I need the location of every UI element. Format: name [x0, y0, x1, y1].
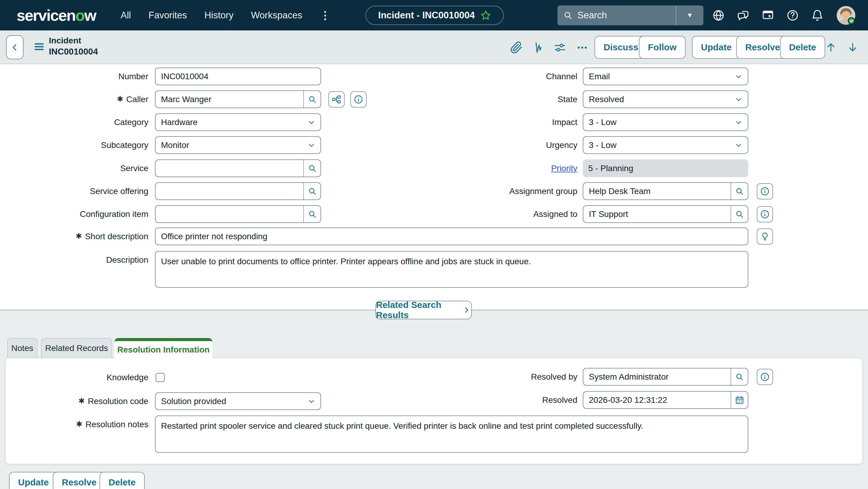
nav-favorites[interactable]: Favorites	[148, 10, 187, 21]
more-options-icon[interactable]	[575, 41, 589, 55]
help-icon[interactable]	[786, 8, 800, 22]
subcategory-label: Subcategory	[0, 136, 148, 154]
assignment-group-lookup-icon[interactable]	[731, 183, 748, 199]
chevron-down-icon	[735, 118, 748, 127]
lightbulb-icon	[760, 232, 770, 241]
state-select[interactable]: Resolved	[583, 90, 748, 108]
update-button[interactable]: Update	[692, 36, 741, 59]
assignment-group-label: Assignment group	[422, 182, 577, 200]
search-scope-dropdown[interactable]: ▼	[676, 11, 703, 19]
record-toolbar: Incident INC0010004 Discuss Follow	[0, 30, 868, 64]
next-record-arrow-icon[interactable]	[846, 41, 859, 53]
state-label: State	[422, 90, 577, 108]
personalize-form-sliders-icon[interactable]	[553, 41, 567, 55]
description-label: Description	[0, 251, 148, 269]
context-menu-icon[interactable]	[33, 40, 46, 53]
priority-link[interactable]: Priority	[551, 164, 577, 173]
chevron-down-icon	[735, 72, 748, 81]
resolution-code-select[interactable]: Solution provided	[155, 392, 321, 410]
related-search-results-button[interactable]: Related Search Results	[375, 301, 472, 319]
footer-update-button[interactable]: Update	[9, 472, 58, 489]
mandatory-icon: ✱	[79, 396, 85, 405]
notifications-bell-icon[interactable]	[810, 8, 824, 22]
previous-record-arrow-icon[interactable]	[825, 41, 837, 53]
main-menu: All Favorites History Workspaces ⋮	[121, 0, 331, 30]
caller-info-button[interactable]	[350, 91, 367, 107]
configuration-item-field[interactable]	[155, 205, 321, 223]
service-offering-field[interactable]	[155, 182, 321, 200]
logo-text: servicen	[17, 6, 75, 24]
service-lookup-icon[interactable]	[303, 160, 320, 176]
service-label: Service	[0, 159, 148, 177]
activity-stream-icon[interactable]	[531, 41, 545, 55]
follow-button[interactable]: Follow	[639, 36, 686, 59]
more-menu-icon[interactable]: ⋮	[319, 10, 331, 21]
priority-readonly-field: 5 - Planning	[583, 159, 748, 177]
record-title: Incident INC0010004	[49, 35, 98, 57]
attachment-paperclip-icon[interactable]	[509, 41, 523, 55]
info-icon	[353, 94, 364, 104]
tab-related-records[interactable]: Related Records	[41, 338, 112, 358]
assigned-to-lookup-icon[interactable]	[731, 206, 748, 222]
chat-icon[interactable]	[736, 8, 750, 22]
footer-delete-button[interactable]: Delete	[99, 472, 145, 489]
user-avatar[interactable]	[836, 6, 856, 25]
servicenow-logo[interactable]: servicenow	[17, 0, 96, 30]
resolved-by-field[interactable]: System Administrator	[583, 368, 748, 386]
global-search[interactable]: Search ▼	[557, 5, 703, 25]
chevron-right-icon	[462, 305, 471, 315]
window-cursor-icon[interactable]	[761, 8, 775, 22]
resolution-notes-label: ✱Resolution notes	[0, 416, 148, 433]
resolved-by-info-button[interactable]	[757, 369, 773, 385]
category-select[interactable]: Hardware	[155, 113, 321, 131]
number-label: Number	[0, 67, 148, 85]
favorite-star-icon[interactable]	[480, 10, 491, 21]
caller-hierarchy-button[interactable]	[328, 91, 345, 107]
nav-all[interactable]: All	[121, 10, 131, 21]
tab-resolution-information[interactable]: Resolution Information	[115, 338, 212, 359]
tab-notes[interactable]: Notes	[7, 338, 37, 358]
knowledge-checkbox[interactable]	[156, 373, 165, 382]
footer-resolve-button[interactable]: Resolve	[53, 472, 105, 489]
short-description-field[interactable]: Office printer not responding	[155, 227, 748, 245]
knowledge-label: Knowledge	[0, 373, 148, 382]
nav-workspaces[interactable]: Workspaces	[251, 10, 302, 21]
resolved-label: Resolved	[422, 391, 577, 409]
description-textarea[interactable]: User unable to print documents to office…	[155, 251, 748, 288]
urgency-select[interactable]: 3 - Low	[583, 136, 748, 154]
impact-select[interactable]: 3 - Low	[583, 113, 748, 131]
configuration-item-label: Configuration item	[0, 205, 148, 223]
record-pill-label: Incident - INC0010004	[378, 10, 474, 21]
delete-button[interactable]: Delete	[780, 36, 825, 59]
assigned-to-info-button[interactable]	[757, 206, 773, 222]
caller-field[interactable]: Marc Wanger	[155, 90, 321, 108]
back-button[interactable]	[6, 35, 24, 59]
info-icon	[760, 209, 770, 219]
calendar-icon[interactable]	[731, 392, 748, 408]
service-field[interactable]	[155, 159, 321, 177]
resolved-date-field[interactable]: 2026-03-20 12:31:22	[583, 391, 748, 409]
resolved-by-lookup-icon[interactable]	[731, 368, 748, 385]
record-type-label: Incident	[49, 35, 98, 46]
mandatory-icon: ✱	[76, 232, 82, 240]
suggestion-lightbulb-button[interactable]	[757, 228, 773, 244]
configuration-item-lookup-icon[interactable]	[303, 206, 320, 222]
search-input[interactable]: Search	[577, 10, 676, 21]
assigned-to-label: Assigned to	[422, 205, 577, 223]
channel-select[interactable]: Email	[583, 67, 748, 85]
current-record-pill[interactable]: Incident - INC0010004	[365, 6, 504, 25]
nav-history[interactable]: History	[205, 10, 234, 21]
info-icon	[760, 372, 770, 382]
assignment-group-info-button[interactable]	[757, 183, 773, 199]
service-offering-lookup-icon[interactable]	[303, 183, 320, 199]
top-navigation-bar: servicenow All Favorites History Workspa…	[0, 0, 868, 30]
caller-lookup-icon[interactable]	[303, 91, 320, 107]
resolution-notes-textarea[interactable]: Restarted print spooler service and clea…	[155, 416, 748, 453]
assigned-to-field[interactable]: IT Support	[583, 205, 748, 223]
logo-text-end: w	[85, 6, 96, 24]
subcategory-select[interactable]: Monitor	[155, 136, 321, 154]
chevron-down-icon	[307, 141, 320, 150]
globe-icon[interactable]	[712, 8, 725, 22]
number-field[interactable]: INC0010004	[155, 67, 321, 85]
assignment-group-field[interactable]: Help Desk Team	[583, 182, 748, 200]
